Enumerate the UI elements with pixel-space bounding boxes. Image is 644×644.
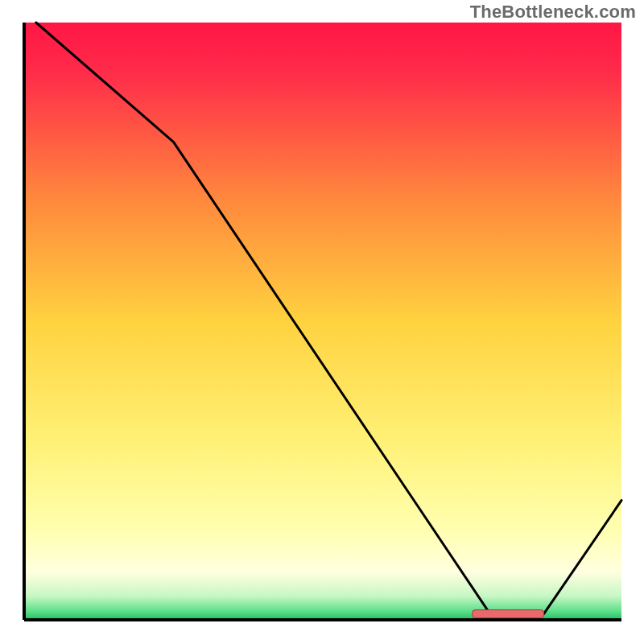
optimal-zone-marker [473, 610, 544, 618]
watermark-text: TheBottleneck.com [470, 2, 636, 23]
bottleneck-chart: TheBottleneck.com [0, 0, 644, 644]
chart-svg [0, 0, 644, 644]
plot-background [24, 23, 621, 620]
